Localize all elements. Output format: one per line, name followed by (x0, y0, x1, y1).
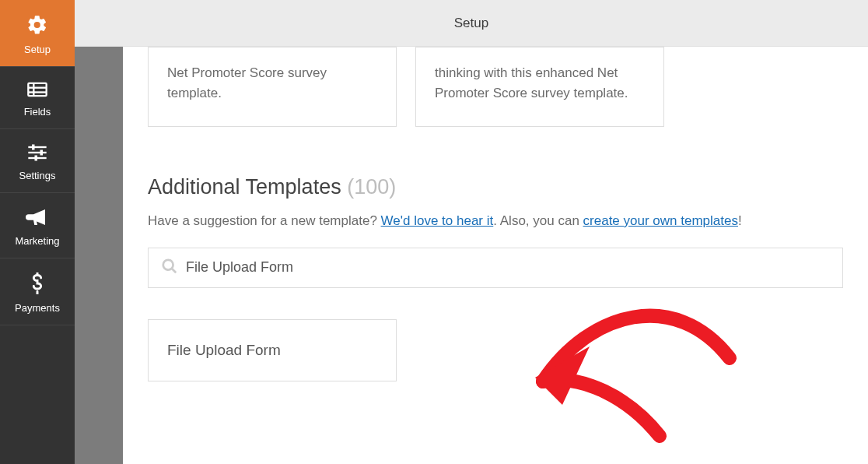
svg-rect-9 (35, 156, 38, 161)
additional-templates-section: Additional Templates (100) Have a sugges… (148, 175, 843, 381)
sidebar-item-payments[interactable]: Payments (0, 258, 75, 325)
page-title: Setup (454, 16, 488, 31)
template-card-nps[interactable]: Net Promoter Score survey template. (148, 47, 397, 127)
search-icon (161, 258, 178, 278)
sidebar-item-label: Settings (19, 170, 56, 181)
sidebar-item-label: Fields (24, 106, 51, 118)
section-subtitle: Have a suggestion for a new template? We… (148, 213, 843, 229)
bullhorn-icon (26, 207, 49, 230)
sidebar-item-fields[interactable]: Fields (0, 67, 75, 129)
template-result-file-upload[interactable]: File Upload Form (148, 319, 397, 381)
svg-rect-5 (28, 152, 46, 153)
sidebar-item-setup[interactable]: Setup (0, 0, 75, 67)
sub-middle: . Also, you can (493, 213, 583, 228)
svg-rect-7 (32, 145, 35, 150)
svg-point-10 (163, 259, 173, 269)
template-cards-row: Net Promoter Score survey template. thin… (148, 47, 843, 127)
link-create-own[interactable]: create your own templates (583, 213, 738, 228)
sidebar-item-label: Payments (15, 302, 60, 314)
sidebar-item-marketing[interactable]: Marketing (0, 193, 75, 258)
card-text: Net Promoter Score survey template. (167, 63, 377, 104)
sidebar: Setup Fields Settings Marketing Payments (0, 0, 75, 464)
list-icon (26, 81, 48, 101)
svg-line-11 (172, 268, 177, 272)
template-count: (100) (347, 175, 396, 199)
template-search[interactable] (148, 248, 843, 288)
sidebar-item-label: Marketing (15, 235, 59, 247)
gear-icon (26, 14, 48, 39)
sidebar-item-settings[interactable]: Settings (0, 129, 75, 193)
result-title: File Upload Form (167, 342, 377, 359)
link-suggestion[interactable]: We'd love to hear it (381, 213, 494, 228)
sub-prefix: Have a suggestion for a new template? (148, 213, 381, 228)
main-panel: Net Promoter Score survey template. thin… (123, 47, 868, 464)
card-text: thinking with this enhanced Net Promoter… (435, 63, 645, 104)
section-title: Additional Templates (100) (148, 175, 843, 199)
dollar-icon (30, 272, 45, 297)
sliders-icon (26, 143, 48, 165)
search-input[interactable] (186, 259, 830, 276)
sub-suffix: ! (738, 213, 742, 228)
template-card-nps-enhanced[interactable]: thinking with this enhanced Net Promoter… (415, 47, 664, 127)
section-title-text: Additional Templates (148, 175, 341, 199)
svg-rect-0 (28, 83, 46, 96)
svg-rect-4 (28, 146, 46, 148)
sidebar-item-label: Setup (24, 44, 51, 55)
svg-rect-8 (40, 150, 44, 156)
topbar: Setup (75, 0, 868, 47)
